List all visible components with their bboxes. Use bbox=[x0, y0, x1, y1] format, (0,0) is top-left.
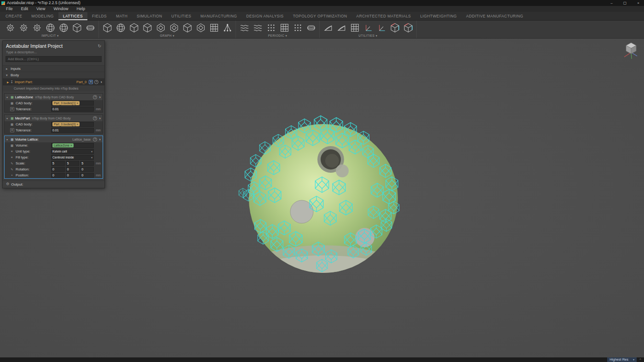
maximize-button[interactable]: ▢ bbox=[619, 0, 631, 6]
toolbar-group-label[interactable]: IMPLICIT ▾ bbox=[4, 34, 97, 38]
axes-icon[interactable] bbox=[362, 22, 374, 34]
tab-simulation[interactable]: SIMULATION bbox=[132, 12, 167, 20]
toolbar-group-label[interactable]: PERIODIC ▾ bbox=[238, 34, 317, 38]
help-icon[interactable]: ? bbox=[94, 80, 98, 84]
rotation-y-input[interactable]: 0 bbox=[66, 167, 80, 172]
block-header[interactable]: ▾ ▦ Volume Lattice: Lattice_base ? ◑ bbox=[5, 136, 103, 142]
help-icon[interactable]: ? bbox=[93, 137, 97, 141]
menu-edit[interactable]: Edit bbox=[17, 6, 33, 12]
section-body[interactable]: ▾ Body bbox=[3, 72, 104, 78]
position-y-input[interactable]: 0 bbox=[66, 173, 80, 178]
remove-chip-icon[interactable]: × bbox=[76, 123, 78, 126]
block-header[interactable]: ▾ ▦ MechPart nTop Body from CAD Body ? ◑ bbox=[5, 115, 103, 121]
implicit-infill-icon[interactable] bbox=[30, 22, 43, 34]
volume-lattice-block[interactable]: ▾ ▦ Volume Lattice: Lattice_base ? ◑ ▦ V… bbox=[4, 136, 103, 179]
node-color-icon[interactable] bbox=[375, 22, 388, 34]
tolerance-input[interactable]: 0.01 bbox=[51, 107, 94, 112]
implicit-body-icon[interactable] bbox=[4, 22, 17, 34]
minimize-button[interactable]: – bbox=[606, 0, 617, 6]
mini-lattice-icon[interactable] bbox=[348, 22, 361, 34]
position-x-input[interactable]: 0 bbox=[51, 173, 65, 178]
rotation-z-input[interactable]: 0 bbox=[80, 167, 94, 172]
visibility-toggle-icon[interactable]: ◑ bbox=[98, 137, 101, 141]
mechpart-block[interactable]: ▾ ▦ MechPart nTop Body from CAD Body ? ◑… bbox=[4, 114, 103, 134]
latticezone-block[interactable]: ▾ ▦ LatticeZone nTop Body from CAD Body … bbox=[4, 93, 103, 113]
volume-input[interactable]: LatticeZone × bbox=[51, 143, 94, 148]
cylinder-pattern-icon[interactable] bbox=[305, 22, 317, 34]
unit-cell-icon[interactable] bbox=[141, 22, 154, 34]
visibility-toggle-icon[interactable]: ◑ bbox=[100, 80, 102, 84]
caret-down-icon[interactable]: ▾ bbox=[6, 117, 9, 120]
cad-body-input[interactable]: Part_0.bodies[1] × bbox=[51, 101, 94, 106]
dense-lattice-icon[interactable] bbox=[207, 22, 220, 34]
tab-topology-optimization[interactable]: TOPOLOGY OPTIMIZATION bbox=[288, 12, 352, 20]
implicit-shell-icon[interactable] bbox=[17, 22, 30, 34]
visibility-toggle-icon[interactable]: ◑ bbox=[98, 116, 101, 120]
description-input[interactable]: Type a description... bbox=[3, 49, 104, 56]
toolbar-group-label[interactable]: GRAPH ▾ bbox=[101, 34, 234, 38]
add-block-input[interactable]: Add Block... (Ctrl+L) bbox=[6, 56, 102, 62]
frame-map-icon[interactable] bbox=[402, 22, 414, 34]
tab-design-analysis[interactable]: DESIGN ANALYSIS bbox=[242, 12, 288, 20]
expand-caret-icon[interactable]: ▶ bbox=[7, 81, 9, 84]
conformal-cube-icon[interactable] bbox=[181, 22, 194, 34]
menu-file[interactable]: File bbox=[2, 6, 17, 12]
caret-down-icon[interactable]: ▾ bbox=[6, 138, 9, 141]
scale-x-input[interactable]: 5 bbox=[51, 161, 65, 166]
tab-utilities[interactable]: UTILITIES bbox=[167, 12, 196, 20]
collapse-chevron-icon[interactable]: ^ bbox=[637, 357, 644, 362]
mesh-sphere-icon[interactable] bbox=[44, 22, 57, 34]
menu-help[interactable]: Help bbox=[72, 6, 89, 12]
tab-manufacturing[interactable]: MANUFACTURING bbox=[196, 12, 242, 20]
mesh-sphere-icon[interactable] bbox=[57, 22, 70, 34]
help-icon[interactable]: ? bbox=[93, 116, 97, 120]
refresh-icon[interactable]: ↻ bbox=[98, 44, 101, 48]
fillet-lattice-icon[interactable] bbox=[335, 22, 348, 34]
fill-type-dropdown[interactable]: Centroid inside ▾ bbox=[51, 155, 94, 160]
tab-lattices[interactable]: LATTICES bbox=[58, 12, 87, 20]
tab-modeling[interactable]: MODELING bbox=[27, 12, 58, 20]
scale-z-input[interactable]: 5 bbox=[80, 161, 94, 166]
menu-window[interactable]: Window bbox=[49, 6, 72, 12]
tab-create[interactable]: CREATE bbox=[1, 12, 27, 20]
unit-type-dropdown[interactable]: Kelvin cell ▾ bbox=[51, 149, 94, 154]
dot-grid-icon[interactable] bbox=[291, 22, 304, 34]
polyhedron-icon[interactable] bbox=[194, 22, 207, 34]
cell-map-icon[interactable] bbox=[388, 22, 401, 34]
voronoi-cube-icon[interactable] bbox=[167, 22, 180, 34]
tab-math[interactable]: MATH bbox=[111, 12, 132, 20]
cad-body-input[interactable]: Part_0.bodies[0] × bbox=[51, 122, 94, 127]
rounded-cube-icon[interactable] bbox=[70, 22, 83, 34]
trim-lattice-icon[interactable] bbox=[322, 22, 334, 34]
cad-body-chip[interactable]: Part_0.bodies[1] × bbox=[52, 101, 80, 105]
shear-cell-icon[interactable] bbox=[154, 22, 167, 34]
caret-down-icon[interactable]: ▾ bbox=[6, 96, 9, 99]
menu-view[interactable]: View bbox=[32, 6, 49, 12]
volume-chip[interactable]: LatticeZone × bbox=[52, 143, 74, 147]
tab-fields[interactable]: FIELDS bbox=[87, 12, 111, 20]
tab-lightweighting[interactable]: LIGHTWEIGHTING bbox=[415, 12, 461, 20]
close-button[interactable]: × bbox=[632, 0, 644, 6]
capsule-icon[interactable] bbox=[84, 22, 97, 34]
graph-tree-icon[interactable] bbox=[221, 22, 234, 34]
sphere-cage-icon[interactable] bbox=[114, 22, 127, 34]
cad-body-chip[interactable]: Part_0.bodies[0] × bbox=[52, 122, 80, 126]
gyroid-icon[interactable] bbox=[238, 22, 251, 34]
resolution-dropdown[interactable]: Highest Res ▾ bbox=[607, 357, 637, 362]
output-section[interactable]: ⚙ Output: bbox=[3, 181, 104, 187]
help-icon[interactable]: ? bbox=[93, 95, 97, 99]
section-inputs[interactable]: ▸ Inputs bbox=[3, 65, 104, 72]
remove-chip-icon[interactable]: × bbox=[76, 102, 78, 105]
tolerance-input[interactable]: 0.01 bbox=[51, 128, 94, 133]
diagonal-pattern-icon[interactable] bbox=[251, 22, 264, 34]
scale-y-input[interactable]: 5 bbox=[66, 161, 80, 166]
tab-additive-manufacturing[interactable]: ADDITIVE MANUFACTURING bbox=[461, 12, 528, 20]
rotation-x-input[interactable]: 0 bbox=[51, 167, 65, 172]
position-z-input[interactable]: 0 bbox=[80, 173, 94, 178]
toolbar-group-label[interactable]: UTILITIES ▾ bbox=[322, 34, 414, 38]
visibility-toggle-icon[interactable]: ◑ bbox=[98, 95, 101, 99]
block-header[interactable]: ▾ ▦ LatticeZone nTop Body from CAD Body … bbox=[5, 94, 103, 100]
dot-grid-icon[interactable] bbox=[264, 22, 277, 34]
cube-lattice-icon[interactable] bbox=[101, 22, 114, 34]
bodies-badge[interactable]: B bbox=[89, 80, 93, 84]
